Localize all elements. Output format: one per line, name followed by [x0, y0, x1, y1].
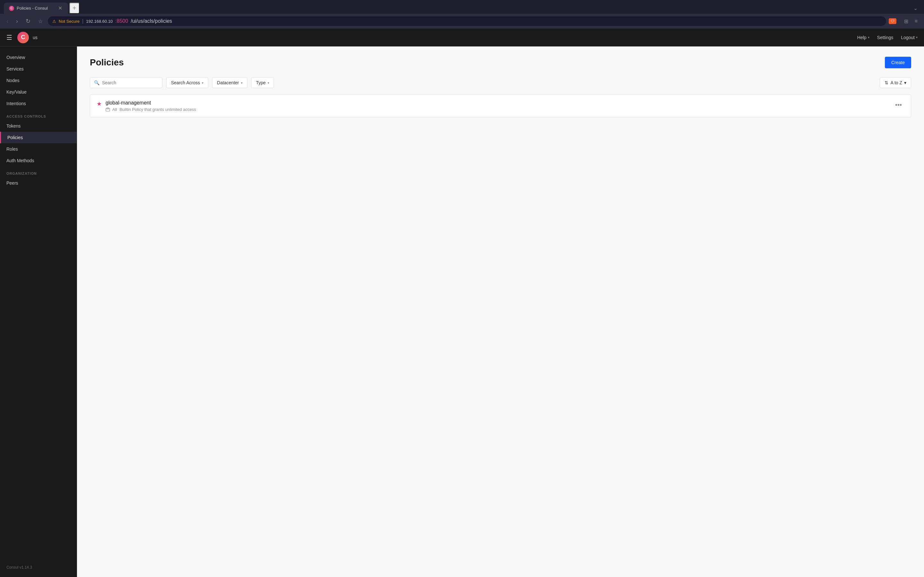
- tab-favicon: C: [9, 6, 14, 11]
- policy-scope-icon: All: [105, 107, 117, 112]
- help-menu[interactable]: Help ▾: [857, 35, 869, 40]
- search-across-chevron: ▾: [202, 81, 204, 85]
- sort-chevron: ▾: [904, 80, 906, 85]
- sidebar-item-key-value[interactable]: Key/Value: [0, 86, 77, 98]
- access-controls-section-label: ACCESS CONTROLS: [0, 109, 77, 120]
- browser-tab-bar: C Policies - Consul ✕ + ⌄: [0, 0, 924, 14]
- sidebar-item-services[interactable]: Services: [0, 63, 77, 75]
- sort-icon: ⇅: [885, 80, 888, 85]
- search-input-wrap: 🔍: [90, 77, 162, 88]
- sidebar-item-auth-methods[interactable]: Auth Methods: [0, 155, 77, 166]
- page-header: Policies Create: [90, 57, 911, 68]
- svg-rect-0: [106, 108, 110, 111]
- sidebar: Overview Services Nodes Key/Value Intent…: [0, 47, 77, 577]
- type-chevron: ▾: [268, 81, 269, 85]
- search-across-button[interactable]: Search Across ▾: [166, 77, 208, 88]
- help-dropdown-arrow: ▾: [868, 35, 869, 39]
- security-warning-icon: ⚠: [52, 19, 56, 24]
- sidebar-item-roles[interactable]: Roles: [0, 143, 77, 155]
- create-policy-button[interactable]: Create: [885, 57, 911, 68]
- policy-description: Builtin Policy that grants unlimited acc…: [120, 107, 196, 112]
- hamburger-menu-button[interactable]: ☰: [6, 34, 12, 41]
- url-base: 192.168.60.10: [86, 19, 113, 24]
- tab-title: Policies - Consul: [17, 6, 55, 11]
- organization-section-label: ORGANIZATION: [0, 166, 77, 177]
- sidebar-item-intentions[interactable]: Intentions: [0, 98, 77, 109]
- type-filter-button[interactable]: Type ▾: [251, 77, 274, 88]
- sidebar-item-peers[interactable]: Peers: [0, 177, 77, 189]
- datacenter-label: us: [33, 35, 37, 40]
- policy-name[interactable]: global-management: [105, 100, 893, 106]
- datacenter-filter-button[interactable]: Datacenter ▾: [212, 77, 247, 88]
- url-path: /ui/us/acls/policies: [131, 18, 172, 24]
- sidebar-item-tokens[interactable]: Tokens: [0, 120, 77, 132]
- main-area: Overview Services Nodes Key/Value Intent…: [0, 47, 924, 577]
- app-layout: ☰ C us Help ▾ Settings Logout ▾ Overview: [0, 29, 924, 577]
- policy-info: global-management All Builtin Policy tha…: [105, 100, 893, 112]
- address-bar[interactable]: ⚠ Not Secure | 192.168.60.10 :8500 /ui/u…: [48, 16, 886, 26]
- back-button[interactable]: ‹: [4, 17, 11, 26]
- policy-list: ★ global-management All Builtin: [90, 95, 911, 117]
- policy-item: ★ global-management All Builtin: [90, 95, 911, 117]
- brave-shield-icon[interactable]: 🛡: [889, 18, 897, 24]
- logout-dropdown-arrow: ▾: [916, 35, 918, 39]
- datacenter-chevron: ▾: [241, 81, 242, 85]
- search-icon: 🔍: [94, 80, 99, 85]
- sidebar-item-policies[interactable]: Policies: [0, 132, 77, 143]
- sidebar-item-overview[interactable]: Overview: [0, 52, 77, 63]
- reader-mode-button[interactable]: ⊞: [901, 17, 911, 26]
- policy-more-button[interactable]: •••: [893, 100, 905, 110]
- browser-menu-button[interactable]: ≡: [912, 17, 920, 25]
- forward-button[interactable]: ›: [13, 17, 21, 26]
- url-separator: |: [82, 18, 83, 24]
- settings-link[interactable]: Settings: [877, 35, 893, 40]
- reload-button[interactable]: ↻: [23, 16, 33, 26]
- sort-button[interactable]: ⇅ A to Z ▾: [880, 77, 911, 88]
- browser-toolbar: ‹ › ↻ ☆ ⚠ Not Secure | 192.168.60.10 :85…: [0, 14, 924, 29]
- top-nav: ☰ C us Help ▾ Settings Logout ▾: [0, 29, 924, 47]
- policy-actions: •••: [893, 100, 905, 110]
- top-nav-right: Help ▾ Settings Logout ▾: [857, 35, 918, 40]
- url-port: :8500: [115, 18, 128, 24]
- tab-close-button[interactable]: ✕: [57, 5, 63, 11]
- sidebar-version: Consul v1.14.3: [0, 560, 77, 575]
- browser-toolbar-icons: ⊞ ≡: [901, 17, 920, 26]
- logout-menu[interactable]: Logout ▾: [901, 35, 918, 40]
- consul-logo-icon: C: [17, 32, 29, 43]
- policy-star-icon: ★: [97, 100, 102, 107]
- address-bar-right: 🛡: [889, 18, 897, 24]
- search-input[interactable]: [102, 80, 158, 85]
- consul-logo: C us: [17, 32, 37, 43]
- browser-tab[interactable]: C Policies - Consul ✕: [4, 3, 68, 14]
- tab-list-button[interactable]: ⌄: [911, 4, 920, 13]
- bookmark-button[interactable]: ☆: [36, 17, 45, 26]
- browser-chrome: C Policies - Consul ✕ + ⌄ ‹ › ↻ ☆ ⚠ Not …: [0, 0, 924, 29]
- sidebar-spacer: [0, 189, 77, 560]
- page-title: Policies: [90, 57, 124, 68]
- new-tab-button[interactable]: +: [69, 3, 79, 14]
- policy-meta: All Builtin Policy that grants unlimited…: [105, 107, 893, 112]
- filter-bar: 🔍 Search Across ▾ Datacenter ▾ Type ▾ ⇅: [90, 77, 911, 88]
- security-text: Not Secure: [59, 19, 79, 24]
- sidebar-item-nodes[interactable]: Nodes: [0, 75, 77, 86]
- main-content: Policies Create 🔍 Search Across ▾ Datace…: [77, 47, 924, 577]
